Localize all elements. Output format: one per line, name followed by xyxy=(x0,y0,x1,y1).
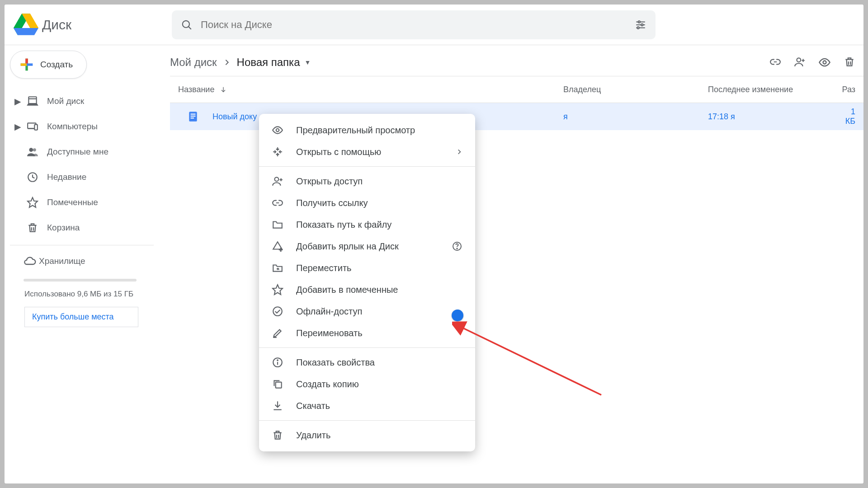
open-with-icon xyxy=(272,146,290,158)
svg-point-3 xyxy=(638,21,640,23)
search-icon xyxy=(181,19,193,31)
file-name: Новый доку xyxy=(212,112,257,122)
star-icon xyxy=(24,197,42,208)
cm-show-path[interactable]: Показать путь к файлу xyxy=(259,214,475,235)
computers-icon xyxy=(24,121,42,132)
filter-icon[interactable] xyxy=(635,19,646,31)
svg-rect-17 xyxy=(34,125,38,130)
eye-icon xyxy=(272,124,290,136)
svg-point-22 xyxy=(797,58,801,62)
menu-separator xyxy=(259,166,475,167)
sidebar-item-shared[interactable]: Доступные мне xyxy=(10,139,154,164)
menu-separator xyxy=(259,347,475,348)
svg-rect-46 xyxy=(276,382,282,388)
my-drive-icon xyxy=(24,95,42,107)
search-input[interactable] xyxy=(201,19,635,31)
sidebar-item-recent[interactable]: Недавние xyxy=(10,164,154,190)
cm-add-star[interactable]: Добавить в помеченные xyxy=(259,279,475,300)
help-icon[interactable] xyxy=(452,241,462,252)
menu-separator xyxy=(259,420,475,421)
cloud-icon xyxy=(24,255,39,267)
cm-get-link[interactable]: Получить ссылку xyxy=(259,192,475,214)
svg-point-31 xyxy=(276,129,279,132)
sidebar-item-label: Помеченные xyxy=(47,197,98,207)
sidebar-item-my-drive[interactable]: ▶ Мой диск xyxy=(10,89,154,114)
svg-marker-40 xyxy=(273,285,283,295)
search-bar[interactable] xyxy=(172,10,656,39)
svg-point-19 xyxy=(33,148,36,151)
create-button[interactable]: Создать xyxy=(10,51,87,79)
cm-move[interactable]: Переместить xyxy=(259,257,475,279)
cm-add-shortcut[interactable]: + Добавить ярлык на Диск xyxy=(259,235,475,257)
caret-right-icon: ▶ xyxy=(14,122,22,132)
divider xyxy=(10,245,154,245)
arrow-down-icon xyxy=(220,86,227,93)
breadcrumb: Мой диск Новая папка ▼ xyxy=(170,56,311,69)
svg-text:+: + xyxy=(279,246,283,252)
svg-line-1 xyxy=(189,26,191,29)
cm-copy[interactable]: Создать копию xyxy=(259,373,475,395)
svg-marker-21 xyxy=(28,197,38,207)
cm-preview[interactable]: Предварительный просмотр xyxy=(259,119,475,141)
sidebar-item-label: Мой диск xyxy=(47,96,84,106)
delete-icon[interactable] xyxy=(844,56,855,69)
header: Диск xyxy=(5,5,863,45)
chevron-right-icon xyxy=(223,59,231,66)
svg-point-45 xyxy=(277,360,278,361)
svg-point-41 xyxy=(273,307,282,316)
col-owner[interactable]: Владелец xyxy=(563,85,708,94)
file-modified: 17:18 я xyxy=(708,112,735,121)
col-size[interactable]: Раз xyxy=(839,85,863,94)
cm-open-with[interactable]: Открыть с помощью xyxy=(259,141,475,163)
file-size: 1 КБ xyxy=(845,107,855,126)
svg-rect-13 xyxy=(28,97,36,103)
drive-logo-icon xyxy=(14,14,38,36)
logo-area[interactable]: Диск xyxy=(9,14,172,36)
cm-details[interactable]: Показать свойства xyxy=(259,352,475,373)
sidebar: Создать ▶ Мой диск ▶ Компьютеры xyxy=(5,45,167,483)
col-name[interactable]: Название xyxy=(170,85,563,94)
cm-rename[interactable]: Переименовать xyxy=(259,322,475,344)
nav: ▶ Мой диск ▶ Компьютеры xyxy=(10,89,167,240)
link-icon xyxy=(272,197,290,209)
cm-download[interactable]: Скачать xyxy=(259,395,475,417)
share-icon[interactable] xyxy=(794,56,806,69)
svg-point-25 xyxy=(823,61,826,64)
storage-section: Хранилище Использовано 9,6 МБ из 15 ГБ К… xyxy=(10,250,167,327)
folder-move-icon xyxy=(272,262,290,274)
sidebar-item-computers[interactable]: ▶ Компьютеры xyxy=(10,114,154,139)
context-menu: Предварительный просмотр Открыть с помощ… xyxy=(259,114,475,451)
folder-icon xyxy=(272,219,290,230)
link-icon[interactable] xyxy=(769,56,781,69)
offline-icon xyxy=(272,305,290,317)
chevron-down-icon[interactable]: ▼ xyxy=(304,59,311,66)
breadcrumb-root[interactable]: Мой диск xyxy=(170,56,217,69)
storage-usage-text: Использовано 9,6 МБ из 15 ГБ xyxy=(10,289,148,300)
buy-storage-button[interactable]: Купить больше места xyxy=(24,307,138,327)
sidebar-item-label: Доступные мне xyxy=(47,147,108,157)
col-modified[interactable]: Последнее изменение xyxy=(708,85,839,94)
docs-icon xyxy=(187,111,199,122)
star-icon xyxy=(272,284,290,296)
sidebar-item-trash[interactable]: Корзина xyxy=(10,215,154,240)
sidebar-item-label: Недавние xyxy=(47,172,86,182)
cm-share[interactable]: Открыть доступ xyxy=(259,170,475,192)
eye-icon[interactable] xyxy=(818,56,831,69)
sidebar-item-starred[interactable]: Помеченные xyxy=(10,190,154,215)
breadcrumb-row: Мой диск Новая папка ▼ xyxy=(170,50,863,75)
file-owner: я xyxy=(563,112,568,121)
sidebar-item-storage[interactable]: Хранилище xyxy=(10,250,148,272)
table-header: Название Владелец Последнее изменение Ра… xyxy=(170,76,863,103)
breadcrumb-current[interactable]: Новая папка xyxy=(237,56,300,69)
drive-shortcut-icon: + xyxy=(272,240,290,252)
cm-delete[interactable]: Удалить xyxy=(259,424,475,446)
svg-rect-29 xyxy=(191,116,196,117)
buy-storage-label: Купить больше места xyxy=(32,312,114,321)
brand-name: Диск xyxy=(42,17,71,33)
download-icon xyxy=(272,400,290,412)
svg-rect-30 xyxy=(191,117,194,118)
breadcrumb-actions xyxy=(769,56,855,69)
cm-offline[interactable]: Офлайн-доступ xyxy=(259,300,475,322)
shared-icon xyxy=(24,146,42,158)
clock-icon xyxy=(24,171,42,183)
